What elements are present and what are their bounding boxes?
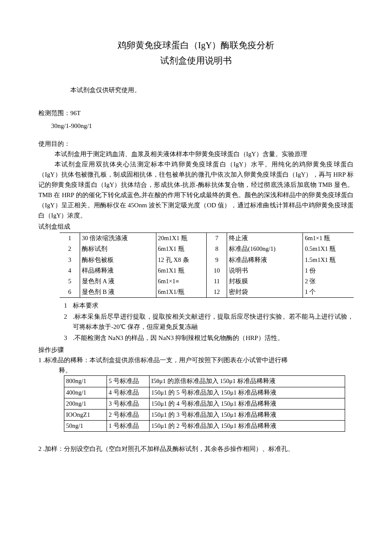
list-item: 3.不能检测含 NaN3 的样品，因 NaN3 抑制辣根过氧化物酶的（HRP）活… [64,333,354,343]
cell-method: 150μ1 的 2 号标准品加入 150μ1 标准品稀释液 [150,421,345,432]
cell-conc: 50ng/1 [64,421,107,432]
range-label: 检测范围：96T [38,108,354,118]
table-row: 6显色剂 B 液6m1X1/瓶12密封袋1 个 [60,287,354,298]
cell-conc: 400ng/1 [64,387,107,398]
table-row: 4样品稀释液6m1X1 瓶10说明书1 份 [60,265,354,276]
table-row: 3酶标包被板12 孔 X8 条9标准品稀释液1.5m1X1 瓶 [60,255,354,265]
cell-spec: 0.5m1X1 瓶 [303,244,354,254]
step2-line: 2 .加样：分别设空白孔（空白对照孔不加样品及酶标试剂，其余各步操作相同）、标准… [38,444,354,454]
cell-name: 样品稀释液 [80,265,156,276]
cell-name: 30 倍浓缩洗涤液 [80,233,156,244]
cell-num: 12 [207,287,227,298]
cell-conc: 800ng/1 [64,376,107,387]
cell-stdname: 1 号标准品 [107,421,150,432]
cell-spec: 2 张 [303,276,354,287]
cell-spec: 1 份 [303,265,354,276]
cell-num: 3 [60,255,80,265]
step1-line: 1 .标准品的稀释：本试剂盒提供原倍标准品一支，用户可按照下列图表在小试管中进行… [38,355,354,365]
cell-spec: 6m1×1≡ [156,276,207,287]
table-row: 400ng/14 号标准品150μ1 的 5 号标准品加入 150μ1 标准品稀… [64,387,345,398]
table-row: 2酶标试剂6m1X1 瓶8标准品(1600ng/1)0.5m1X1 瓶 [60,244,354,254]
table-row: 800ng/15 号标准品I5θμ1 的原倍标准品加入 150μ1 标准品稀释液 [64,376,345,387]
cell-spec: 6m1×1 瓶 [303,233,354,244]
purpose-label: 使用目的： [38,139,354,149]
cell-num: 6 [60,287,80,298]
cell-method: I5θμ1 的原倍标准品加入 150μ1 标准品稀释液 [150,376,345,387]
cell-name: 酶标包被板 [80,255,156,265]
dilution-table: 800ng/15 号标准品I5θμ1 的原倍标准品加入 150μ1 标准品稀释液… [64,375,345,432]
cell-name: 密封袋 [227,287,303,298]
cell-method: 150μ1 的 3 号标准品加入 150μ1 标准品稀释液 [150,409,345,420]
cell-conc: IOOngZ1 [64,409,107,420]
table-row: 130 倍浓缩洗涤液20m1X1 瓶7终止液6m1×1 瓶 [60,233,354,244]
cell-spec: 6m1X1/瓶 [156,287,207,298]
cell-num: 1 [60,233,80,244]
cell-num: 5 [60,276,80,287]
cell-spec: 1 个 [303,287,354,298]
cell-name: 标准品稀释液 [227,255,303,265]
title-line1: 鸡卵黄免疫球蛋白（IgY）酶联免疫分析 [38,38,354,53]
cell-num: 7 [207,233,227,244]
list-item: 2.标本采集后尽早进行提取，提取按相关文献进行，提取后应尽快进行实验。若不能马上… [64,311,354,332]
cell-num: 10 [207,265,227,276]
requirements-list: 1标本要求2.标本采集后尽早进行提取，提取按相关文献进行，提取后应尽快进行实验。… [64,300,354,343]
cell-num: 11 [207,276,227,287]
steps-label: 操作步骤 [38,345,354,355]
cell-name: 显色剂 A 液 [80,276,156,287]
cell-conc: 200ng/1 [64,398,107,409]
cell-spec: 1.5m1X1 瓶 [303,255,354,265]
cell-stdname: 4 号标准品 [107,387,150,398]
table-row: 50ng/11 号标准品150μ1 的 2 号标准品加入 150μ1 标准品稀释… [64,421,345,432]
cell-spec: 6m1X1 瓶 [156,244,207,254]
cell-num: 9 [207,255,227,265]
components-table: 130 倍浓缩洗涤液20m1X1 瓶7终止液6m1×1 瓶2酶标试剂6m1X1 … [60,232,354,298]
intro-text: 本试剂盒仅供研究使用。 [38,85,354,95]
cell-spec: 12 孔 X8 条 [156,255,207,265]
purpose-para2: 本试剂盒应用双抗体夹心法测定标本中鸡卵黄免疫球蛋白（IgY）水平。用纯化的鸡卵黄… [38,159,354,221]
cell-spec: 20m1X1 瓶 [156,233,207,244]
cell-name: 终止液 [227,233,303,244]
cell-spec: 6m1X1 瓶 [156,265,207,276]
cell-stdname: 3 号标准品 [107,398,150,409]
table-row: 5显色剂 A 液6m1×1≡11封板膜2 张 [60,276,354,287]
step1-sub: 释。 [59,365,354,375]
cell-stdname: 2 号标准品 [107,409,150,420]
cell-name: 标准品(1600ng/1) [227,244,303,254]
cell-num: 4 [60,265,80,276]
cell-num: 2 [60,244,80,254]
cell-method: 150μ1 的 5 号标准品加入 150μ1 标准品稀释液 [150,387,345,398]
cell-name: 封板膜 [227,276,303,287]
title-block: 鸡卵黄免疫球蛋白（IgY）酶联免疫分析 试剂盒使用说明书 [38,38,354,68]
range-value: 30ng/1-900ng/1 [38,121,354,131]
components-label: 试剂盒组成 [38,221,354,232]
title-line2: 试剂盒使用说明书 [38,54,354,68]
table-row: IOOngZ12 号标准品150μ1 的 3 号标准品加入 150μ1 标准品稀… [64,409,345,420]
cell-num: 8 [207,244,227,254]
cell-name: 说明书 [227,265,303,276]
list-item: 1标本要求 [64,300,354,311]
cell-name: 显色剂 B 液 [80,287,156,298]
cell-method: 150μ1 的 4 号标准品加入 150μ1 标准品稀释液 [150,398,345,409]
cell-stdname: 5 号标准品 [107,376,150,387]
table-row: 200ng/13 号标准品150μ1 的 4 号标准品加入 150μ1 标准品稀… [64,398,345,409]
cell-name: 酶标试剂 [80,244,156,254]
purpose-para1: 本试剂盒用于测定鸡血清、血浆及相关液体样本中卵黄免疫球蛋白（IgY）含量。实验原… [38,149,354,159]
